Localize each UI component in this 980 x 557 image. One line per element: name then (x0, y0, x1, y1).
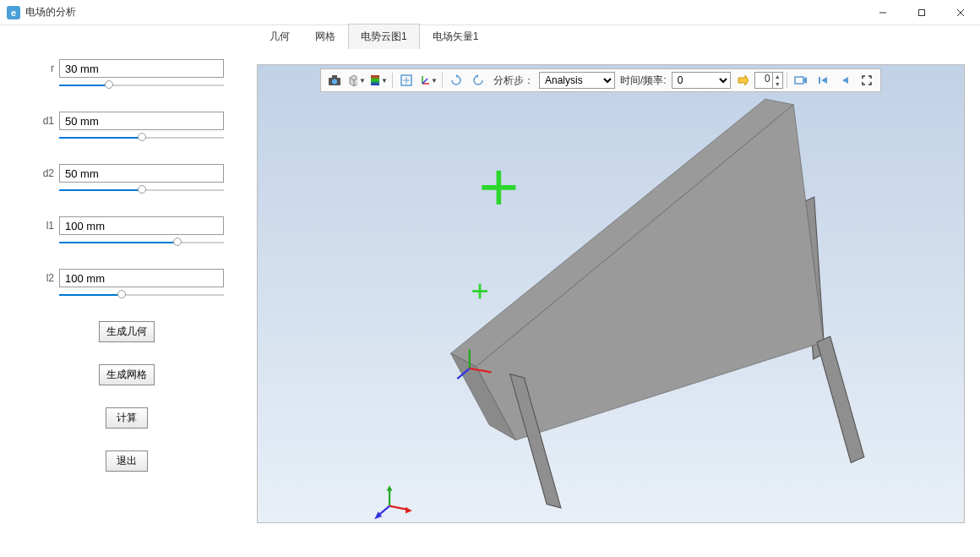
param-slider-d2[interactable] (59, 184, 224, 196)
param-slider-d1[interactable] (59, 132, 224, 144)
param-slider-r[interactable] (59, 79, 224, 91)
title-bar: e 电场的分析 (0, 0, 980, 25)
svg-marker-31 (817, 336, 864, 462)
param-input-r[interactable] (59, 59, 224, 78)
param-input-d1[interactable] (59, 112, 224, 130)
tab-网格[interactable]: 网格 (302, 24, 348, 49)
svg-marker-28 (476, 105, 824, 440)
close-button[interactable] (941, 0, 980, 25)
action-buttons: 生成几何 生成网格 计算 退出 (30, 321, 224, 472)
content: r d1 d2 l1 l2 生成几何 生成网格 计算 退出 (0, 25, 980, 557)
tab-bar: 几何网格电势云图1电场矢量1 (253, 25, 980, 49)
svg-rect-1 (919, 9, 925, 15)
viewport[interactable]: ▼ ▼ ▼ (257, 64, 965, 523)
param-label: r (30, 63, 59, 74)
param-label: d1 (30, 115, 59, 127)
compute-button[interactable]: 计算 (106, 407, 148, 429)
param-label: d2 (30, 167, 59, 179)
maximize-button[interactable] (902, 0, 941, 25)
tab-几何[interactable]: 几何 (257, 24, 302, 49)
generate-geometry-button[interactable]: 生成几何 (99, 321, 155, 342)
model-canvas[interactable] (258, 65, 964, 523)
title-bar-left: e 电场的分析 (0, 5, 76, 19)
main-area: 几何网格电势云图1电场矢量1 ▼ ▼ (253, 25, 980, 557)
generate-mesh-button[interactable]: 生成网格 (99, 364, 155, 385)
param-input-l2[interactable] (59, 269, 224, 287)
exit-button[interactable]: 退出 (106, 451, 148, 472)
param-slider-l2[interactable] (59, 289, 224, 301)
window-controls (863, 0, 980, 25)
param-label: l2 (30, 272, 59, 284)
parameter-sidebar: r d1 d2 l1 l2 生成几何 生成网格 计算 退出 (0, 25, 253, 557)
svg-marker-40 (387, 485, 393, 491)
app-icon: e (7, 6, 20, 19)
param-input-l1[interactable] (59, 216, 224, 235)
svg-marker-42 (406, 507, 412, 514)
minimize-button[interactable] (863, 0, 902, 25)
tab-电势云图1[interactable]: 电势云图1 (348, 24, 420, 49)
param-label: l1 (30, 220, 59, 232)
window-title: 电场的分析 (25, 5, 76, 19)
tab-电场矢量1[interactable]: 电场矢量1 (420, 24, 492, 49)
param-input-d2[interactable] (59, 164, 224, 183)
viewport-wrap: ▼ ▼ ▼ (253, 49, 980, 557)
param-slider-l1[interactable] (59, 237, 224, 248)
